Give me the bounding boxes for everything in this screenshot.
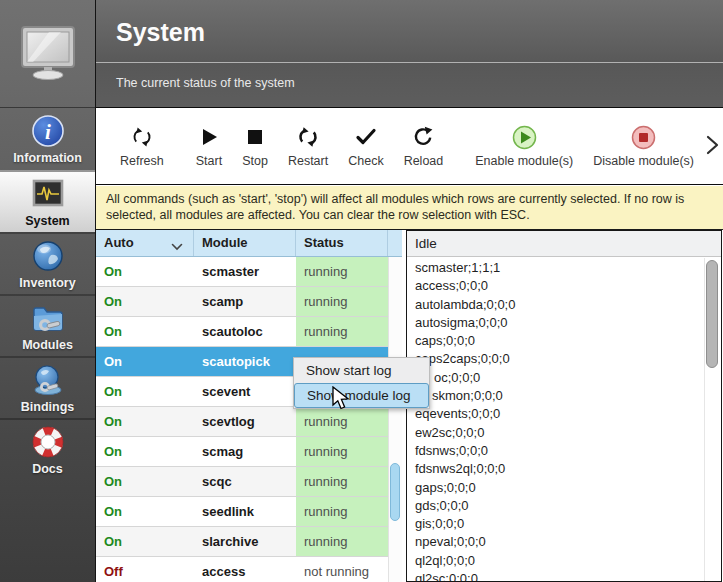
auto-cell: On xyxy=(96,527,194,556)
table-row-scautoloc[interactable]: Onscautolocrunning xyxy=(96,317,402,347)
start-button[interactable]: Start xyxy=(186,119,232,174)
status-panel-list: scmaster;1;1;1access;0;0;0autolambda;0;0… xyxy=(407,257,721,582)
auto-cell: On xyxy=(96,467,194,496)
column-header-module[interactable]: Module xyxy=(194,230,296,256)
toolbar-button-label: Start xyxy=(196,154,222,168)
status-cell: running xyxy=(296,437,388,466)
play-icon xyxy=(198,125,220,149)
toolbar-button-label: Restart xyxy=(288,154,328,168)
sidebar-item-label: Information xyxy=(13,151,82,165)
toolbar-button-label: Enable module(s) xyxy=(475,154,573,168)
context-menu: Show start logShow module log xyxy=(293,357,430,409)
module-cell: scmag xyxy=(194,437,296,466)
disable-module-s-button[interactable]: Disable module(s) xyxy=(583,119,704,174)
check-button[interactable]: Check xyxy=(338,119,393,174)
status-cell: running xyxy=(296,257,388,286)
status-line: caps2caps;0;0;0 xyxy=(415,350,721,368)
sidebar-item-modules[interactable]: Modules xyxy=(0,294,95,356)
status-line: ql2ql;0;0;0 xyxy=(415,552,721,570)
status-panel-title: Idle xyxy=(407,231,721,257)
page-subtitle: The current status of the system xyxy=(116,76,295,90)
page-title: System xyxy=(116,18,205,47)
auto-cell: On xyxy=(96,287,194,316)
table-row-scqc[interactable]: Onscqcrunning xyxy=(96,467,402,497)
enable-module-icon xyxy=(511,125,538,149)
table-row-access[interactable]: Offaccessnot running xyxy=(96,557,402,582)
sidebar-nav: iInformationSystemInventoryModulesBindin… xyxy=(0,108,95,480)
sidebar-item-bindings[interactable]: Bindings xyxy=(0,356,95,418)
notice-bar: All commands (such as 'start', 'stop') w… xyxy=(96,186,723,230)
status-panel: Idle scmaster;1;1;1access;0;0;0autolambd… xyxy=(406,230,722,582)
toolbar-overflow-button[interactable] xyxy=(704,134,720,160)
status-cell: running xyxy=(296,287,388,316)
sidebar: iInformationSystemInventoryModulesBindin… xyxy=(0,0,96,582)
status-line: caps;0;0;0 xyxy=(415,332,721,350)
table-row-scamp[interactable]: Onscamprunning xyxy=(96,287,402,317)
module-cell: slarchive xyxy=(194,527,296,556)
status-line: gis;0;0;0 xyxy=(415,515,721,533)
sidebar-item-docs[interactable]: Docs xyxy=(0,418,95,480)
module-cell: scautoloc xyxy=(194,317,296,346)
module-table-body: OnscmasterrunningOnscamprunningOnscautol… xyxy=(96,257,402,582)
restart-icon xyxy=(296,125,320,149)
sidebar-item-label: Inventory xyxy=(19,276,75,290)
status-line: oc;0;0;0 xyxy=(415,369,721,387)
module-cell: seedlink xyxy=(194,497,296,526)
auto-cell: On xyxy=(96,317,194,346)
table-row-seedlink[interactable]: Onseedlinkrunning xyxy=(96,497,402,527)
header-divider xyxy=(96,62,723,63)
module-cell: scqc xyxy=(194,467,296,496)
auto-cell: On xyxy=(96,347,194,376)
status-line: skmon;0;0;0 xyxy=(415,387,721,405)
auto-cell: Off xyxy=(96,557,194,582)
chevron-right-icon xyxy=(704,134,720,160)
toolbar-button-label: Disable module(s) xyxy=(593,154,694,168)
table-scrollbar-thumb[interactable] xyxy=(390,463,400,521)
table-row-scmaster[interactable]: Onscmasterrunning xyxy=(96,257,402,287)
column-header-auto[interactable]: Auto xyxy=(96,230,194,256)
sidebar-item-inventory[interactable]: Inventory xyxy=(0,232,95,294)
panel-scrollbar-track[interactable] xyxy=(704,258,705,581)
column-header-status[interactable]: Status xyxy=(296,230,388,256)
refresh-button[interactable]: Refresh xyxy=(110,119,174,174)
lifebuoy-icon xyxy=(31,424,65,460)
table-scrollbar-track[interactable] xyxy=(388,257,402,582)
auto-cell: On xyxy=(96,377,194,406)
enable-module-s-button[interactable]: Enable module(s) xyxy=(465,119,583,174)
sidebar-item-label: Docs xyxy=(32,462,63,476)
module-cell: scmaster xyxy=(194,257,296,286)
status-line: fdsnws;0;0;0 xyxy=(415,442,721,460)
seiscomp-system-window: iInformationSystemInventoryModulesBindin… xyxy=(0,0,723,582)
table-row-scevtlog[interactable]: Onscevtlogrunning xyxy=(96,407,402,437)
panel-scrollbar-thumb[interactable] xyxy=(706,260,718,368)
module-table-header: AutoModuleStatus xyxy=(96,230,402,257)
stop-button[interactable]: Stop xyxy=(232,119,278,174)
sidebar-item-system[interactable]: System xyxy=(0,170,95,232)
reload-button[interactable]: Reload xyxy=(394,119,454,174)
restart-button[interactable]: Restart xyxy=(278,119,338,174)
status-line: ew2sc;0;0;0 xyxy=(415,424,721,442)
sidebar-item-information[interactable]: iInformation xyxy=(0,108,95,170)
status-line: ql2sc;0;0;0 xyxy=(415,570,721,582)
auto-cell: On xyxy=(96,257,194,286)
sidebar-item-label: Modules xyxy=(22,338,73,352)
menu-item-show-start-log[interactable]: Show start log xyxy=(294,358,429,383)
toolbar: RefreshStartStopRestartCheckReloadEnable… xyxy=(96,109,723,185)
menu-item-show-module-log[interactable]: Show module log xyxy=(294,383,429,408)
status-line: access;0;0;0 xyxy=(415,277,721,295)
table-row-scmag[interactable]: Onscmagrunning xyxy=(96,437,402,467)
status-cell: running xyxy=(296,527,388,556)
status-line: gds;0;0;0 xyxy=(415,497,721,515)
chevron-down-icon xyxy=(171,239,183,254)
toolbar-button-label: Reload xyxy=(404,154,444,168)
status-line: scmaster;1;1;1 xyxy=(415,259,721,277)
sidebar-item-label: Bindings xyxy=(21,400,74,414)
folder-wrench-icon xyxy=(30,300,66,336)
status-line: eqevents;0;0;0 xyxy=(415,405,721,423)
module-cell: scevent xyxy=(194,377,296,406)
auto-cell: On xyxy=(96,407,194,436)
toolbar-button-label: Check xyxy=(348,154,383,168)
refresh-icon xyxy=(130,125,154,149)
status-cell: running xyxy=(296,317,388,346)
table-row-slarchive[interactable]: Onslarchiverunning xyxy=(96,527,402,557)
